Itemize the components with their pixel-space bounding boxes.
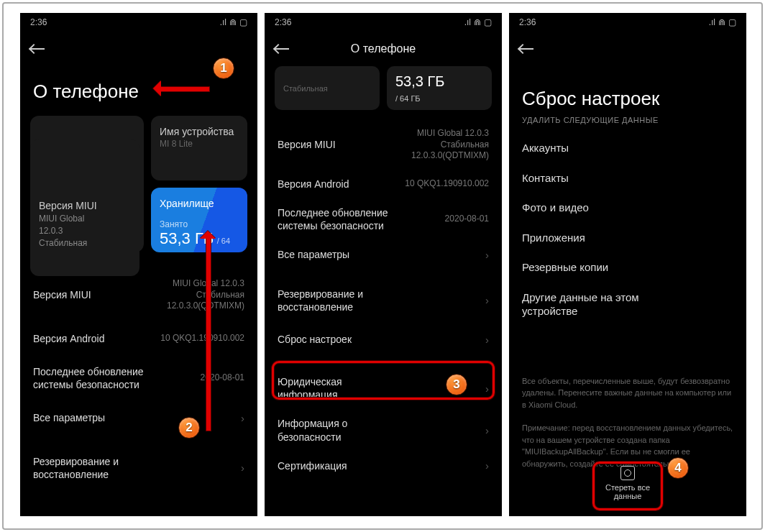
- erase-button-container: Стереть все данные: [595, 460, 660, 506]
- chevron-right-icon: ›: [485, 382, 489, 395]
- back-arrow-icon[interactable]: [519, 48, 533, 50]
- storage-label: Хранилище: [160, 198, 239, 209]
- status-icons: .ıl ⋒ ▢: [220, 17, 247, 27]
- chevron-right-icon: ›: [485, 459, 489, 472]
- back-arrow-icon[interactable]: [30, 48, 45, 50]
- miui-version-row-value: MIUI Global 12.0.3 Стабильная 12.0.3.0(Q…: [411, 128, 489, 162]
- list-item-photos: Фото и видео: [509, 193, 746, 223]
- chevron-right-icon: ›: [241, 462, 244, 474]
- row-all-params[interactable]: Все параметры ›: [20, 401, 257, 434]
- storage-card[interactable]: Хранилище Занято 53,3 ГБ / 64 ГБ: [151, 188, 247, 252]
- list-item-other-data: Другие данные на этом устройстве: [509, 283, 746, 326]
- top-cards: Стабильная 53,3 ГБ / 64 ГБ: [265, 66, 502, 114]
- arrow-left-icon: [145, 83, 210, 93]
- arrow-up-icon: [203, 223, 213, 431]
- row-android-version[interactable]: Версия Android 10 QKQ1.190910.002: [265, 170, 502, 198]
- list-item-apps: Приложения: [509, 223, 746, 253]
- row-certification[interactable]: Сертификация ›: [265, 451, 502, 480]
- apps-label: Приложения: [522, 231, 585, 245]
- storage-card[interactable]: 53,3 ГБ / 64 ГБ: [387, 66, 492, 110]
- row-reset-settings[interactable]: Сброс настроек ›: [265, 321, 502, 357]
- status-icons: .ıl ⋒ ▢: [709, 17, 736, 27]
- wifi-icon: ⋒: [474, 17, 481, 27]
- row-miui-version[interactable]: Версия MIUI MIUI Global 12.0.3 Стабильна…: [20, 268, 257, 322]
- device-name-card[interactable]: Имя устройства MI 8 Lite: [151, 116, 247, 180]
- chevron-right-icon: ›: [485, 294, 489, 306]
- clock: 2:36: [519, 17, 536, 27]
- row-security-update[interactable]: Последнее обновление системы безопасност…: [265, 198, 502, 240]
- wifi-icon: ⋒: [229, 17, 237, 27]
- security-update-label: Последнее обновление системы безопасност…: [278, 206, 404, 232]
- step-badge: 4: [667, 457, 689, 479]
- security-update-value: 2020-08-01: [445, 214, 489, 225]
- warning-note-1: Все объекты, перечисленные выше, будут б…: [509, 370, 746, 417]
- miui-version-num: 12.0.3: [39, 226, 131, 236]
- miui-version-row-label: Версия MIUI: [278, 138, 336, 151]
- android-version-label: Версия Android: [278, 178, 349, 191]
- screen-about-phone: 2:36 .ıl ⋒ ▢ О телефоне 12 Имя устройств…: [20, 13, 257, 516]
- erase-button-label: Стереть все данные: [600, 483, 656, 500]
- backups-label: Резервные копии: [522, 260, 608, 275]
- backup-restore-label: Резервирование и восстановление: [278, 288, 404, 313]
- row-security-update[interactable]: Последнее обновление системы безопасност…: [20, 355, 257, 401]
- page-title: Сброс настроек: [509, 66, 746, 116]
- status-bar: 2:36 .ıl ⋒ ▢: [509, 13, 746, 32]
- list-item-accounts: Аккаунты: [509, 133, 746, 163]
- row-backup-restore[interactable]: Резервирование и восстановление ›: [20, 445, 257, 491]
- erase-icon: [620, 466, 635, 480]
- annotation-arrow-1: [145, 83, 210, 93]
- list-item-backups: Резервные копии: [509, 252, 746, 283]
- back-arrow-icon[interactable]: [275, 48, 289, 50]
- row-security-info[interactable]: Информация о безопасности ›: [265, 409, 502, 451]
- row-android-version[interactable]: Версия Android 10 QKQ1.190910.002: [20, 322, 257, 355]
- all-params-label: Все параметры: [278, 248, 349, 261]
- photos-label: Фото и видео: [522, 201, 589, 215]
- android-version-label: Версия Android: [33, 332, 104, 345]
- list-item-contacts: Контакты: [509, 163, 746, 193]
- chevron-right-icon: ›: [241, 412, 244, 424]
- annotation-badge-1: 1: [213, 58, 234, 79]
- android-version-value: 10 QKQ1.190910.002: [405, 178, 489, 190]
- annotation-arrow-2: [203, 223, 213, 431]
- header-title: О телефоне: [351, 42, 416, 55]
- chevron-right-icon: ›: [485, 424, 489, 436]
- device-name-label: Имя устройства: [160, 126, 239, 137]
- annotation-badge-2: 2: [178, 417, 200, 439]
- battery-icon: ▢: [239, 17, 247, 27]
- channel-card-fragment: Стабильная: [275, 66, 380, 110]
- step-badge: 3: [446, 374, 467, 395]
- page-subtitle: УДАЛИТЬ СЛЕДУЮЩИЕ ДАННЫЕ: [509, 116, 746, 133]
- chevron-right-icon: ›: [485, 334, 489, 346]
- header: О телефоне: [265, 32, 502, 66]
- row-miui-version[interactable]: Версия MIUI MIUI Global 12.0.3 Стабильна…: [265, 120, 502, 170]
- clock: 2:36: [30, 17, 47, 27]
- signal-icon: .ıl: [709, 17, 715, 27]
- channel-text: Стабильная: [283, 84, 371, 93]
- wifi-icon: ⋒: [718, 17, 725, 27]
- signal-icon: .ıl: [220, 17, 226, 27]
- row-all-params[interactable]: Все параметры ›: [265, 240, 502, 269]
- header: [509, 32, 746, 66]
- miui-channel: Стабильная: [39, 238, 131, 248]
- chevron-right-icon: ›: [485, 249, 489, 261]
- other-data-label: Другие данные на этом устройстве: [522, 290, 649, 318]
- row-backup-restore[interactable]: Резервирование и восстановление ›: [265, 280, 502, 321]
- status-bar: 2:36 .ıl ⋒ ▢: [20, 13, 257, 32]
- annotation-badge-3: 3: [446, 374, 467, 395]
- miui-global-text: MIUI Global: [39, 214, 131, 224]
- step-badge: 2: [178, 417, 200, 439]
- reset-settings-label: Сброс настроек: [278, 333, 352, 346]
- screen-about-phone-scrolled: 2:36 .ıl ⋒ ▢ О телефоне Стабильная 53,3 …: [265, 13, 502, 516]
- miui-version-row-label: Версия MIUI: [33, 288, 91, 301]
- screen-reset-settings: 2:36 .ıl ⋒ ▢ Сброс настроек УДАЛИТЬ СЛЕД…: [509, 13, 746, 516]
- contacts-label: Контакты: [522, 171, 569, 185]
- erase-all-data-button[interactable]: Стереть все данные: [595, 460, 660, 506]
- battery-icon: ▢: [484, 17, 492, 27]
- status-bar: 2:36 .ıl ⋒ ▢: [265, 13, 502, 32]
- reset-data-list: Аккаунты Контакты Фото и видео Приложени…: [509, 133, 746, 326]
- certification-label: Сертификация: [278, 459, 347, 472]
- miui-version-card[interactable]: Версия MIUI MIUI Global 12.0.3 Стабильна…: [30, 139, 139, 276]
- battery-icon: ▢: [728, 17, 736, 27]
- status-icons: .ıl ⋒ ▢: [464, 17, 492, 27]
- security-info-label: Информация о безопасности: [278, 417, 404, 443]
